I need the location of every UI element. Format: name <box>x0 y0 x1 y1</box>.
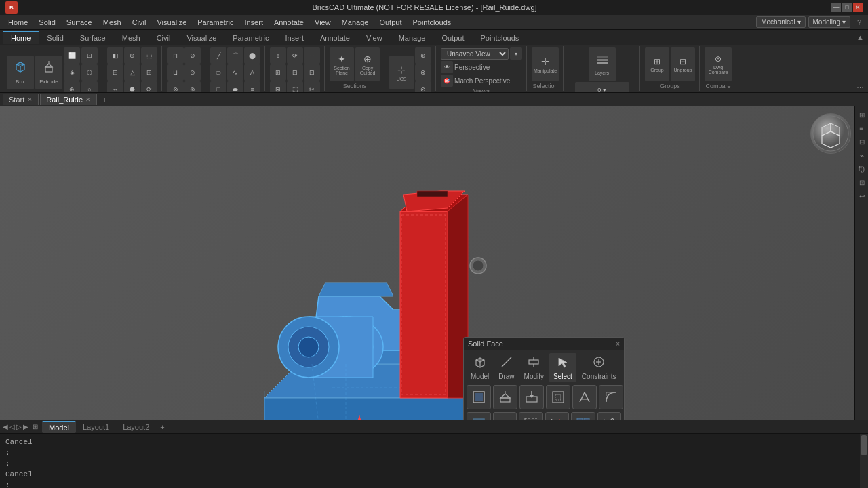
dm-btn9[interactable]: ⟳ <box>141 81 157 92</box>
se-btn6[interactable]: ⊛ <box>184 81 201 92</box>
sf-btn-face[interactable] <box>467 385 491 409</box>
menu-item-manage[interactable]: Manage <box>336 17 374 28</box>
menu-item-pointclouds[interactable]: Pointclouds <box>407 17 456 28</box>
doc-tab-start[interactable]: Start ✕ <box>3 94 39 105</box>
sf-btn-offset[interactable] <box>546 385 570 409</box>
tab-insert[interactable]: Insert <box>277 30 312 44</box>
close-button[interactable]: ✕ <box>853 3 863 12</box>
close-rail-tab[interactable]: ✕ <box>85 96 91 103</box>
maximize-button[interactable]: □ <box>842 3 852 12</box>
dm-btn1[interactable]: ◧ <box>107 47 123 64</box>
dm-btn4[interactable]: ⊕ <box>124 47 140 64</box>
panel-tab-select[interactable]: Select <box>549 353 576 382</box>
close-start-tab[interactable]: ✕ <box>27 96 33 103</box>
perspective-btn[interactable]: 👁 <box>441 61 453 73</box>
tab-annotate[interactable]: Annotate <box>312 30 358 44</box>
panel-close-button[interactable]: × <box>616 340 620 348</box>
modeling-btn5[interactable]: ⬡ <box>81 64 98 81</box>
draw-btn2[interactable]: ⬭ <box>210 64 226 81</box>
tab-home[interactable]: Home <box>3 30 39 44</box>
ungroup-button[interactable]: ⊟ Ungroup <box>671 47 695 81</box>
dm-btn8[interactable]: ⊞ <box>141 64 157 81</box>
draw-btn1[interactable]: ╱ <box>210 47 226 64</box>
sf-btn-draft[interactable] <box>572 385 597 409</box>
group-button[interactable]: ⊞ Group <box>645 47 669 81</box>
draw-btn4[interactable]: ⌒ <box>227 47 243 64</box>
draw-btn5[interactable]: ∿ <box>227 64 243 81</box>
view-btn1[interactable]: ▾ <box>510 47 522 60</box>
profile-dropdown[interactable]: Mechanical ▾ <box>756 16 805 28</box>
modeling-btn1[interactable]: ⬜ <box>64 47 80 64</box>
tab-civil[interactable]: Civil <box>149 30 179 44</box>
menu-item-visualize[interactable]: Visualize <box>151 17 192 28</box>
workspace-dropdown[interactable]: Modeling ▾ <box>808 16 850 28</box>
right-panel-btn5[interactable]: f() <box>856 163 867 174</box>
dm-btn3[interactable]: ↔ <box>107 81 123 92</box>
dm-btn2[interactable]: ⊟ <box>107 64 123 81</box>
btab-layout2[interactable]: Layout2 <box>116 422 156 432</box>
draw-btn8[interactable]: A <box>244 64 260 81</box>
minimize-button[interactable]: — <box>831 3 841 12</box>
ribbon-collapse-btn[interactable]: ▲ <box>852 32 868 43</box>
coord-btn3[interactable]: ⊘ <box>415 81 431 92</box>
view-dropdown[interactable]: Unsaved View <box>441 48 509 60</box>
right-panel-btn3[interactable]: ⊟ <box>856 136 867 147</box>
sf-btn-filter[interactable] <box>597 412 622 420</box>
draw-btn6[interactable]: ⬬ <box>227 81 243 92</box>
modeling-btn4[interactable]: ⊡ <box>81 47 98 64</box>
dm-btn6[interactable]: ⬣ <box>124 81 140 92</box>
modify-btn2[interactable]: ⊞ <box>270 64 286 81</box>
modify-btn9[interactable]: ✂ <box>304 81 320 92</box>
se-btn4[interactable]: ⊘ <box>184 47 201 64</box>
match-perspective-btn[interactable]: 🎯 <box>441 75 453 87</box>
tab-visualize[interactable]: Visualize <box>178 30 224 44</box>
modeling-btn2[interactable]: ◈ <box>64 64 80 81</box>
modeling-btn3[interactable]: ⊕ <box>64 81 80 92</box>
modify-btn1[interactable]: ↕ <box>270 47 286 64</box>
layer-btn1[interactable]: 0 ▾ <box>575 82 629 92</box>
console-scroll-thumb[interactable] <box>861 435 867 455</box>
draw-btn9[interactable]: ≡ <box>244 81 260 92</box>
manipulate-button[interactable]: ✛ Manipulate <box>532 47 559 81</box>
tab-parametric[interactable]: Parametric <box>224 30 277 44</box>
coord-btn2[interactable]: ⊗ <box>415 64 431 81</box>
panel-tab-model[interactable]: Model <box>467 353 493 382</box>
menu-item-mesh[interactable]: Mesh <box>98 17 127 28</box>
add-tab-button[interactable]: + <box>98 94 111 105</box>
se-btn3[interactable]: ⊗ <box>167 81 184 92</box>
sf-btn-push[interactable] <box>519 385 544 409</box>
layers-button[interactable]: Layers <box>589 47 616 81</box>
right-panel-btn6[interactable]: ⊡ <box>856 177 867 188</box>
sf-btn-fillet[interactable] <box>599 385 623 409</box>
menu-item-civil[interactable]: Civil <box>127 17 152 28</box>
dwg-compare-button[interactable]: ⊜ Dwg Compare <box>705 47 732 81</box>
console-scrollbar[interactable] <box>860 434 868 488</box>
tab-mesh[interactable]: Mesh <box>114 30 149 44</box>
nav-prev-btn[interactable]: ◀ <box>3 423 8 430</box>
dm-btn7[interactable]: ⬚ <box>141 47 157 64</box>
navigation-cube[interactable] <box>810 113 851 154</box>
panel-tab-constraints[interactable]: Constraints <box>578 353 620 382</box>
right-panel-btn1[interactable]: ⊞ <box>856 109 867 120</box>
btab-model[interactable]: Model <box>42 421 76 433</box>
draw-btn3[interactable]: □ <box>210 81 226 92</box>
nav-next-btn[interactable]: ▷ <box>16 423 22 430</box>
se-btn2[interactable]: ⊔ <box>167 64 184 81</box>
menu-item-output[interactable]: Output <box>374 17 407 28</box>
menu-item-annotate[interactable]: Annotate <box>269 17 309 28</box>
tab-output[interactable]: Output <box>433 30 472 44</box>
right-panel-layers-icon[interactable]: ≡ <box>856 123 867 134</box>
doc-tab-rail[interactable]: Rail_Ruide ✕ <box>40 94 97 105</box>
copy-guided-button[interactable]: ⊕ Copy Guided <box>355 47 380 81</box>
draw-btn7[interactable]: ⬤ <box>244 47 260 64</box>
sf-btn-all[interactable] <box>571 412 595 420</box>
right-panel-btn7[interactable]: ↩ <box>856 190 867 201</box>
tab-view[interactable]: View <box>358 30 391 44</box>
btab-add[interactable]: + <box>156 422 168 432</box>
menu-item-view[interactable]: View <box>309 17 336 28</box>
menu-item-parametric[interactable]: Parametric <box>192 17 239 28</box>
se-btn5[interactable]: ⊙ <box>184 64 201 81</box>
panel-tab-modify[interactable]: Modify <box>520 353 548 382</box>
modeling-btn6[interactable]: ○ <box>81 81 98 92</box>
menu-item-surface[interactable]: Surface <box>61 17 98 28</box>
